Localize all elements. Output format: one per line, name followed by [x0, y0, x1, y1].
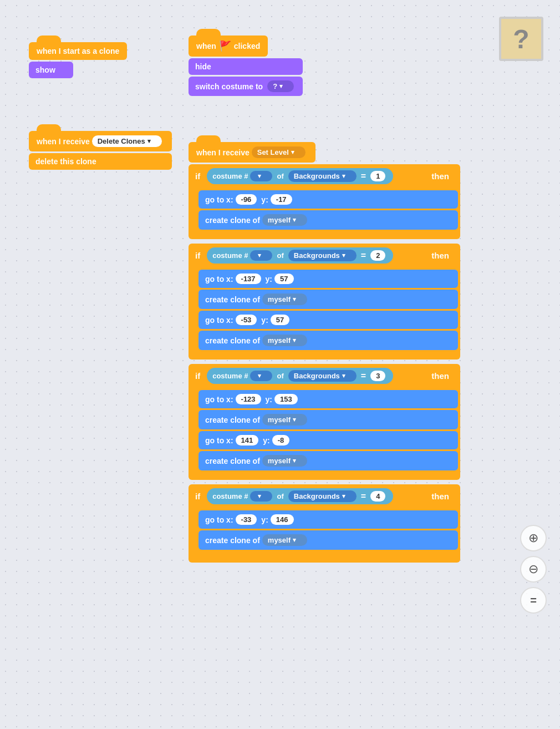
if-label-2: if: [195, 251, 200, 260]
zoom-out-button[interactable]: ⊖: [520, 556, 547, 583]
y-value-3-2: -8: [272, 435, 290, 446]
when-receive-set-level-hat[interactable]: when I receive Set Level: [189, 142, 315, 163]
x-value-4-1: -33: [236, 514, 257, 525]
y-value-2-2: 57: [271, 315, 289, 325]
if-label-1: if: [195, 171, 200, 181]
y-value-4-1: 146: [271, 514, 294, 525]
costume-hash-dropdown-4[interactable]: [250, 491, 272, 502]
x-value-2-1: -137: [236, 274, 261, 284]
costume-dropdown[interactable]: ?: [267, 80, 294, 92]
create-clone-block-3-2[interactable]: create clone of myself: [198, 451, 458, 470]
condition-value-1: 1: [370, 171, 385, 181]
y-value-1-1: -17: [271, 194, 292, 205]
when-flag-clicked-hat[interactable]: when 🚩 clicked: [189, 36, 268, 57]
flag-icon: 🚩: [219, 40, 231, 52]
question-mark-icon: ?: [499, 17, 543, 61]
stack-delete-clones: when I receive Delete Clones delete this…: [29, 122, 172, 171]
goto-block-1-1[interactable]: go to x: -96 y: -17: [198, 190, 458, 209]
x-value-3-1: -123: [236, 394, 261, 404]
then-label-3: then: [431, 371, 449, 381]
zoom-in-button[interactable]: ⊕: [520, 525, 547, 551]
if-label-3: if: [195, 371, 200, 381]
if-block-2: if costume # of Backgrounds = 2 then go …: [189, 244, 460, 360]
then-label-4: then: [431, 492, 449, 501]
clone-dropdown-3-2[interactable]: myself: [262, 455, 307, 467]
costume-hash-dropdown-1[interactable]: [250, 171, 272, 181]
y-value-3-1: 153: [274, 394, 298, 404]
costume-hash-dropdown-2[interactable]: [250, 250, 272, 261]
y-value-2-1: 57: [274, 274, 293, 284]
when-receive-delete-hat[interactable]: when I receive Delete Clones: [29, 131, 172, 151]
x-value-1-1: -96: [236, 194, 257, 205]
backgrounds-dropdown-4[interactable]: Backgrounds: [288, 490, 357, 502]
zoom-out-icon: ⊖: [528, 562, 538, 576]
create-clone-block-1-1[interactable]: create clone of myself: [198, 210, 458, 230]
goto-block-3-2[interactable]: go to x: 141 y: -8: [198, 431, 458, 449]
if-block-1: if costume # of Backgrounds = 1 then go …: [189, 164, 460, 239]
goto-block-2-2[interactable]: go to x: -53 y: 57: [198, 311, 458, 329]
stack-flag-clicked: when 🚩 clicked hide switch costume to ?: [189, 27, 303, 98]
condition-2[interactable]: costume # of Backgrounds = 2: [207, 247, 393, 264]
when-start-clone-label: when I start as a clone: [37, 47, 119, 55]
clone-dropdown-1-1[interactable]: myself: [262, 214, 307, 226]
set-level-dropdown[interactable]: Set Level: [252, 146, 306, 158]
if-label-4: if: [195, 492, 200, 501]
x-value-3-2: 141: [236, 435, 259, 446]
stack-clone-start: when I start as a clone show: [29, 33, 127, 80]
clone-dropdown-3-1[interactable]: myself: [262, 414, 307, 426]
clone-dropdown-4-1[interactable]: myself: [262, 534, 307, 546]
create-clone-block-2-2[interactable]: create clone of myself: [198, 331, 458, 350]
goto-block-2-1[interactable]: go to x: -137 y: 57: [198, 270, 458, 288]
create-clone-block-2-1[interactable]: create clone of myself: [198, 290, 458, 309]
zoom-in-icon: ⊕: [528, 531, 538, 545]
when-start-clone-hat[interactable]: when I start as a clone: [29, 42, 127, 60]
backgrounds-dropdown-2[interactable]: Backgrounds: [288, 250, 357, 261]
condition-value-2: 2: [370, 250, 385, 261]
switch-costume-block[interactable]: switch costume to ?: [189, 77, 303, 96]
clone-dropdown-2-1[interactable]: myself: [262, 293, 307, 305]
show-block[interactable]: show: [29, 62, 73, 78]
x-value-2-2: -53: [236, 315, 257, 325]
condition-4[interactable]: costume # of Backgrounds = 4: [207, 488, 393, 504]
backgrounds-dropdown-1[interactable]: Backgrounds: [288, 170, 357, 182]
goto-block-4-1[interactable]: go to x: -33 y: 146: [198, 510, 458, 529]
create-clone-block-4-1[interactable]: create clone of myself: [198, 530, 458, 550]
create-clone-block-3-1[interactable]: create clone of myself: [198, 410, 458, 429]
condition-value-3: 3: [370, 371, 385, 381]
then-label-1: then: [431, 171, 449, 181]
delete-this-clone-block[interactable]: delete this clone: [29, 153, 172, 170]
clone-dropdown-2-2[interactable]: myself: [262, 335, 307, 346]
stack-main: when I receive Set Level if costume # of…: [189, 133, 460, 565]
zoom-controls: ⊕ ⊖ =: [520, 525, 547, 618]
hide-block[interactable]: hide: [189, 58, 303, 75]
goto-block-3-1[interactable]: go to x: -123 y: 153: [198, 390, 458, 408]
if-block-4: if costume # of Backgrounds = 4 then go …: [189, 484, 460, 563]
zoom-reset-button[interactable]: =: [520, 587, 547, 614]
condition-value-4: 4: [370, 491, 385, 502]
then-label-2: then: [431, 251, 449, 260]
costume-hash-dropdown-3[interactable]: [250, 371, 272, 381]
condition-3[interactable]: costume # of Backgrounds = 3: [207, 368, 393, 384]
backgrounds-dropdown-3[interactable]: Backgrounds: [288, 370, 357, 382]
delete-clones-dropdown[interactable]: Delete Clones: [92, 135, 162, 147]
condition-1[interactable]: costume # of Backgrounds = 1: [207, 168, 393, 184]
zoom-reset-icon: =: [530, 594, 537, 607]
if-block-3: if costume # of Backgrounds = 3 then go …: [189, 364, 460, 480]
